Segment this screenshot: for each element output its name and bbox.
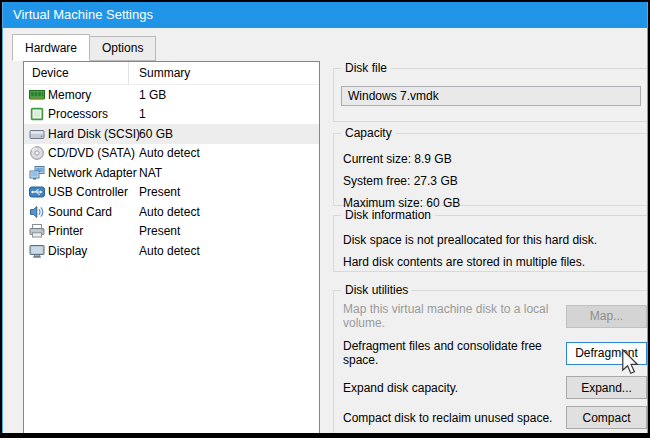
device-summary: NAT <box>139 166 162 180</box>
map-button: Map... <box>566 305 647 328</box>
device-name: Memory <box>48 88 91 102</box>
device-row[interactable]: Hard Disk (SCSI) 60 GB <box>24 124 319 144</box>
column-header-device[interactable]: Device <box>24 62 129 84</box>
disk-information-group-title: Disk information <box>341 208 435 223</box>
device-list-header: Device Summary <box>24 62 319 85</box>
expand-button[interactable]: Expand... <box>566 376 647 399</box>
device-summary: Auto detect <box>139 205 200 219</box>
capacity-line: Current size: 8.9 GB <box>343 148 648 170</box>
device-name: Printer <box>48 224 83 238</box>
device-name: Display <box>48 244 87 258</box>
printer-icon <box>29 223 45 239</box>
device-row[interactable]: Printer Present <box>24 222 319 242</box>
sound-card-icon <box>29 204 45 220</box>
disk-information-group: Disk information Disk space is not preal… <box>333 215 648 272</box>
device-summary: 1 <box>139 107 146 121</box>
capacity-group-title: Capacity <box>341 126 396 141</box>
titlebar[interactable]: Virtual Machine Settings <box>3 2 647 28</box>
screenshot-frame: Virtual Machine Settings Hardware Option… <box>0 0 650 438</box>
tab-bar: Hardware Options <box>12 33 156 61</box>
column-header-summary[interactable]: Summary <box>129 62 319 84</box>
disk-utilities-group-title: Disk utilities <box>341 283 412 298</box>
device-row[interactable]: Processors 1 <box>24 105 319 125</box>
capacity-lines: Current size: 8.9 GBSystem free: 27.3 GB… <box>334 134 648 214</box>
disk-information-line: Disk space is not preallocated for this … <box>343 229 648 251</box>
tab-options[interactable]: Options <box>90 36 156 61</box>
utility-description: Compact disk to reclaim unused space. <box>343 411 566 425</box>
utility-description: Map this virtual machine disk to a local… <box>343 302 566 330</box>
disk-utilities-rows: Map this virtual machine disk to a local… <box>334 291 648 429</box>
utility-description: Expand disk capacity. <box>343 381 566 395</box>
device-name: Processors <box>48 107 108 121</box>
device-name: CD/DVD (SATA) <box>48 146 135 160</box>
disk-utilities-group: Disk utilities Map this virtual machine … <box>333 290 648 433</box>
hard-disk-icon <box>29 126 45 142</box>
device-name: Network Adapter <box>48 166 137 180</box>
device-row[interactable]: CD/DVD (SATA) Auto detect <box>24 144 319 164</box>
capacity-group: Capacity Current size: 8.9 GBSystem free… <box>333 133 648 206</box>
utility-description: Defragment files and consolidate free sp… <box>343 339 566 367</box>
device-row[interactable]: Memory 1 GB <box>24 85 319 105</box>
disk-file-group: Disk file Windows 7.vmdk <box>333 68 648 122</box>
disk-information-line: Hard disk contents are stored in multipl… <box>343 251 648 273</box>
device-summary: Auto detect <box>139 244 200 258</box>
device-name: USB Controller <box>48 185 128 199</box>
disk-information-lines: Disk space is not preallocated for this … <box>334 216 648 273</box>
compact-button[interactable]: Compact <box>566 406 647 429</box>
disk-file-field: Windows 7.vmdk <box>341 86 641 106</box>
usb-controller-icon <box>29 184 45 200</box>
memory-icon <box>29 87 45 103</box>
network-adapter-icon <box>29 165 45 181</box>
device-list: Device Summary Memory 1 GB Processors 1 … <box>23 61 320 433</box>
device-row[interactable]: USB Controller Present <box>24 183 319 203</box>
device-summary: Present <box>139 185 180 199</box>
device-summary: 60 GB <box>139 127 173 141</box>
device-row[interactable]: Display Auto detect <box>24 241 319 261</box>
device-rows: Memory 1 GB Processors 1 Hard Disk (SCSI… <box>24 85 319 261</box>
cd-dvd-icon <box>29 145 45 161</box>
window-title: Virtual Machine Settings <box>13 7 153 22</box>
capacity-line: System free: 27.3 GB <box>343 170 648 192</box>
vm-settings-dialog: Virtual Machine Settings Hardware Option… <box>2 2 648 433</box>
device-name: Hard Disk (SCSI) <box>48 127 140 141</box>
disk-file-group-title: Disk file <box>341 61 391 76</box>
device-summary: Present <box>139 224 180 238</box>
processors-icon <box>29 106 45 122</box>
device-summary: Auto detect <box>139 146 200 160</box>
device-name: Sound Card <box>48 205 112 219</box>
defragment-button[interactable]: Defragment <box>566 342 647 365</box>
device-summary: 1 GB <box>139 88 166 102</box>
device-row[interactable]: Network Adapter NAT <box>24 163 319 183</box>
tab-hardware[interactable]: Hardware <box>12 34 90 61</box>
display-icon <box>29 243 45 259</box>
device-row[interactable]: Sound Card Auto detect <box>24 202 319 222</box>
